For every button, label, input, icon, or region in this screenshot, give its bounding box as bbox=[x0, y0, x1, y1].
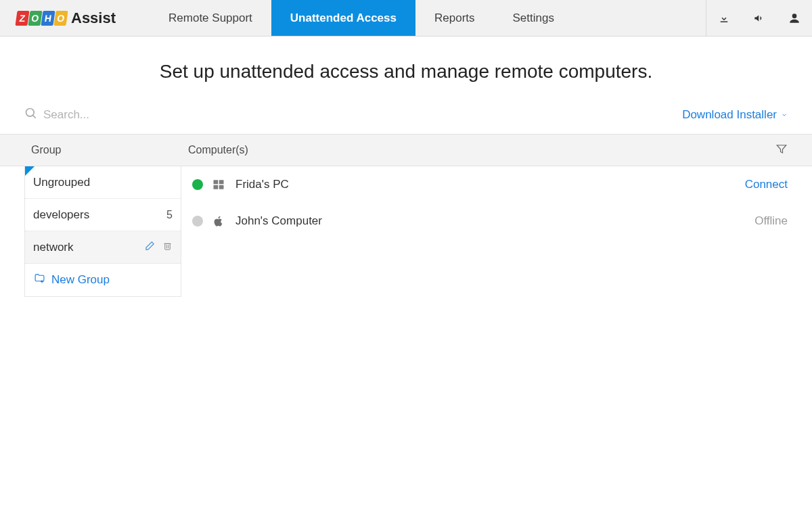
computer-name: John's Computer bbox=[235, 214, 754, 228]
status-online-icon bbox=[192, 179, 203, 190]
page-title: Set up unattended access and manage remo… bbox=[0, 37, 812, 101]
search-icon bbox=[24, 107, 38, 123]
svg-line-1 bbox=[33, 116, 36, 118]
edit-icon[interactable] bbox=[144, 240, 156, 255]
connect-button[interactable]: Connect bbox=[745, 178, 788, 191]
top-nav-bar: Z O H O Assist Remote Support Unattended… bbox=[0, 0, 812, 37]
new-group-label: New Group bbox=[51, 273, 110, 287]
svg-rect-3 bbox=[165, 243, 171, 250]
nav-remote-support[interactable]: Remote Support bbox=[150, 0, 271, 36]
new-group-button[interactable]: New Group bbox=[25, 264, 181, 296]
computers-list: Frida's PC Connect John's Computer Offli… bbox=[181, 166, 788, 297]
chevron-down-icon bbox=[781, 108, 788, 122]
delete-icon[interactable] bbox=[162, 240, 173, 255]
content-area: Ungrouped developers 5 network New Group bbox=[0, 166, 812, 297]
group-label: developers bbox=[33, 208, 89, 222]
main-nav: Remote Support Unattended Access Reports… bbox=[150, 0, 573, 36]
search-input[interactable] bbox=[43, 108, 219, 122]
folder-plus-icon bbox=[33, 272, 46, 287]
download-icon[interactable] bbox=[706, 0, 742, 36]
offline-label: Offline bbox=[754, 214, 788, 228]
svg-point-0 bbox=[26, 109, 35, 117]
search-wrap bbox=[24, 107, 219, 123]
column-headers: Group Computer(s) bbox=[0, 134, 812, 166]
nav-settings[interactable]: Settings bbox=[494, 0, 573, 36]
computer-name: Frida's PC bbox=[235, 178, 745, 191]
announcements-icon[interactable] bbox=[742, 0, 777, 36]
group-count: 5 bbox=[166, 209, 173, 221]
computer-row: John's Computer Offline bbox=[188, 203, 788, 239]
svg-rect-9 bbox=[219, 180, 224, 184]
logo-assist-text: Assist bbox=[71, 9, 116, 27]
header-computers: Computer(s) bbox=[188, 144, 775, 156]
apple-icon bbox=[212, 214, 226, 228]
download-installer-label: Download Installer bbox=[682, 108, 777, 122]
group-item-network[interactable]: network bbox=[25, 231, 181, 264]
svg-rect-10 bbox=[214, 185, 219, 189]
svg-rect-11 bbox=[219, 185, 224, 189]
svg-rect-8 bbox=[214, 180, 219, 184]
logo[interactable]: Z O H O Assist bbox=[0, 0, 129, 36]
profile-icon[interactable] bbox=[777, 0, 812, 36]
group-item-ungrouped[interactable]: Ungrouped bbox=[25, 166, 181, 199]
toolbar: Download Installer bbox=[0, 101, 812, 128]
header-group: Group bbox=[31, 144, 188, 156]
topbar-right bbox=[706, 0, 812, 36]
group-label: Ungrouped bbox=[33, 176, 90, 189]
group-item-developers[interactable]: developers 5 bbox=[25, 199, 181, 231]
status-offline-icon bbox=[192, 216, 203, 227]
filter-icon[interactable] bbox=[775, 143, 788, 158]
nav-reports[interactable]: Reports bbox=[415, 0, 494, 36]
download-installer-link[interactable]: Download Installer bbox=[682, 108, 788, 122]
zoho-logo-icon: Z O H O bbox=[16, 11, 67, 26]
windows-icon bbox=[212, 179, 226, 191]
svg-marker-2 bbox=[777, 145, 786, 153]
computer-row: Frida's PC Connect bbox=[188, 166, 788, 203]
group-label: network bbox=[33, 241, 74, 254]
groups-sidebar: Ungrouped developers 5 network New Group bbox=[24, 166, 181, 297]
nav-unattended-access[interactable]: Unattended Access bbox=[271, 0, 415, 36]
